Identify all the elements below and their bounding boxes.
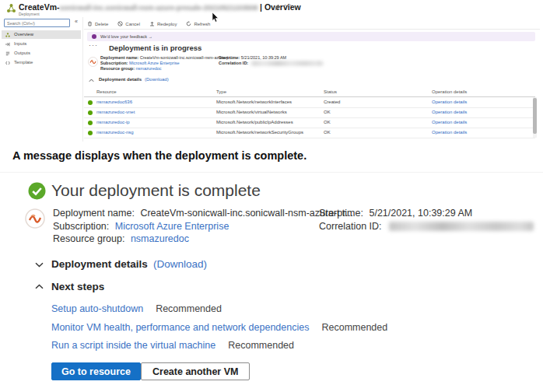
col-status: Status [324, 87, 337, 97]
resource-status: OK [324, 107, 331, 117]
deployment-name-label: Deployment name: [100, 55, 138, 60]
sidebar-item-template[interactable]: Template [2, 58, 81, 67]
download-link[interactable]: (Download) [153, 258, 207, 270]
delete-button[interactable]: Delete [87, 21, 108, 26]
publisher-logo [88, 57, 98, 67]
resource-type: Microsoft.Network/publicIpAddresses [216, 117, 293, 128]
next-step-item: Monitor VM health, performance and netwo… [51, 322, 387, 333]
scrollbar-thumb[interactable] [533, 98, 537, 134]
redeploy-icon [149, 21, 155, 26]
blade-subtitle: Deployment [19, 12, 40, 16]
feedback-text: We'd love your feedback → [100, 34, 152, 39]
sidebar-item-label: Overview [14, 32, 33, 37]
caption-text: A message displays when the deployment i… [12, 149, 307, 162]
success-check-icon [88, 100, 93, 105]
correlation-id-label: Correlation ID: [319, 221, 382, 232]
toolbar-divider [84, 29, 540, 30]
feedback-icon [92, 34, 96, 39]
sidebar-divider [82, 17, 83, 142]
deployment-name-label: Deployment name: [53, 208, 135, 219]
resource-group-link[interactable]: nsmazuredoc [136, 66, 162, 71]
subscription-link[interactable]: Microsoft Azure Enterprise [129, 61, 180, 65]
correlation-id-redacted [389, 222, 534, 231]
table-row: nsmazuredoc636 Microsoft.Network/network… [84, 97, 535, 108]
feedback-banner[interactable]: We'd love your feedback → [87, 32, 535, 41]
chevron-up-icon[interactable] [89, 79, 94, 82]
table-row: nsmazuredoc-nsg Microsoft.Network/networ… [84, 128, 535, 138]
pin-icon[interactable] [274, 4, 281, 11]
resource-group-label: Resource group: [100, 66, 135, 71]
resource-type: Microsoft.Network/networkInterfaces [216, 97, 292, 107]
subscription-label: Subscription: [53, 221, 109, 232]
resource-status: OK [324, 117, 331, 128]
redeploy-button[interactable]: Redeploy [149, 21, 177, 26]
run-script-link[interactable]: Run a script inside the virtual machine [51, 340, 215, 351]
sidebar-collapse-icon[interactable]: « [75, 19, 78, 24]
refresh-icon [186, 21, 191, 26]
table-row: nsmazuredoc-ip Microsoft.Network/publicI… [84, 117, 535, 128]
deployment-details-toggle[interactable]: Deployment details [51, 258, 148, 270]
start-time-value: 5/21/2021, 10:39:29 AM [241, 55, 286, 60]
table-header-row: Resource Type Status Operation details [84, 87, 535, 97]
sidebar-item-overview[interactable]: Overview [2, 30, 81, 39]
complete-heading: Your deployment is complete [51, 181, 261, 200]
resource-group-link[interactable]: nsmazuredoc [131, 233, 189, 244]
success-check-icon-large [28, 182, 46, 200]
subscription-link[interactable]: Microsoft Azure Enterprise [115, 221, 229, 232]
refresh-button[interactable]: Refresh [186, 21, 210, 26]
progress-heading: Deployment is in progress [109, 44, 201, 52]
overflow-dots: ··· [89, 41, 98, 49]
portal-window: CreateVm-sonicwall-inc.sonicwall-nsm-azu… [0, 0, 543, 142]
mouse-cursor [212, 12, 219, 23]
search-input[interactable] [4, 19, 70, 27]
toolbar: Delete Cancel Redeploy Refresh [87, 19, 210, 28]
deployment-details-toggle[interactable]: Deployment details [99, 77, 142, 82]
resource-link[interactable]: nsmazuredoc-nsg [96, 128, 134, 138]
col-operation: Operation details [432, 87, 467, 97]
scrollbar-track [533, 97, 537, 138]
overview-icon [5, 33, 10, 37]
sidebar-item-label: Inputs [14, 41, 26, 46]
operation-details-link[interactable]: Operation details [432, 117, 467, 128]
operation-details-link[interactable]: Operation details [432, 107, 467, 117]
download-link[interactable]: (Download) [145, 77, 169, 82]
operation-details-link[interactable]: Operation details [432, 97, 467, 107]
resource-status: Created [324, 97, 340, 107]
chevron-down-icon[interactable] [35, 262, 44, 268]
publisher-logo-large [25, 208, 45, 229]
resource-link[interactable]: nsmazuredoc636 [96, 97, 132, 107]
next-steps-heading[interactable]: Next steps [51, 281, 104, 292]
recommended-badge: Recommended [228, 340, 294, 351]
sidebar-item-label: Template [14, 60, 33, 65]
correlation-id-redacted [251, 61, 323, 65]
cancel-icon [117, 21, 123, 26]
col-resource: Resource [96, 87, 117, 97]
outputs-icon [5, 51, 10, 56]
blade-menu-ellipsis[interactable]: ··· [284, 1, 292, 9]
next-step-item: Run a script inside the virtual machine … [51, 340, 294, 351]
blade-title-redacted: sonicwall-inc.sonicwall-nsm-azure-presal… [60, 4, 258, 12]
next-step-item: Setup auto-shutdown Recommended [51, 303, 222, 314]
go-to-resource-button[interactable]: Go to resource [51, 362, 141, 380]
chevron-up-icon[interactable] [35, 284, 44, 289]
monitor-vm-health-link[interactable]: Monitor VM health, performance and netwo… [51, 322, 309, 333]
subscription-label: Subscription: [100, 61, 128, 65]
inputs-icon [5, 42, 10, 47]
resource-link[interactable]: nsmazuredoc-ip [96, 117, 130, 128]
resource-status: OK [324, 128, 331, 138]
cancel-button[interactable]: Cancel [117, 21, 140, 26]
correlation-id-label: Correlation ID: [219, 61, 248, 65]
sidebar-item-inputs[interactable]: Inputs [2, 40, 81, 48]
summary-left: Deployment name: CreateVm-sonicwall-inc.… [100, 55, 233, 72]
resource-type: Microsoft.Network/networkSecurityGroups [216, 128, 303, 138]
sidebar-item-outputs[interactable]: Outputs [2, 49, 81, 58]
create-another-vm-button[interactable]: Create another VM [141, 362, 250, 380]
sidebar-item-label: Outputs [14, 51, 30, 55]
setup-auto-shutdown-link[interactable]: Setup auto-shutdown [51, 303, 143, 314]
col-type: Type [216, 87, 226, 97]
operation-details-link[interactable]: Operation details [432, 128, 467, 138]
table-row: nsmazuredoc-vnet Microsoft.Network/virtu… [84, 107, 535, 118]
resource-link[interactable]: nsmazuredoc-vnet [96, 107, 135, 117]
success-check-icon [88, 121, 93, 125]
resource-group-label: Resource group: [53, 233, 124, 244]
